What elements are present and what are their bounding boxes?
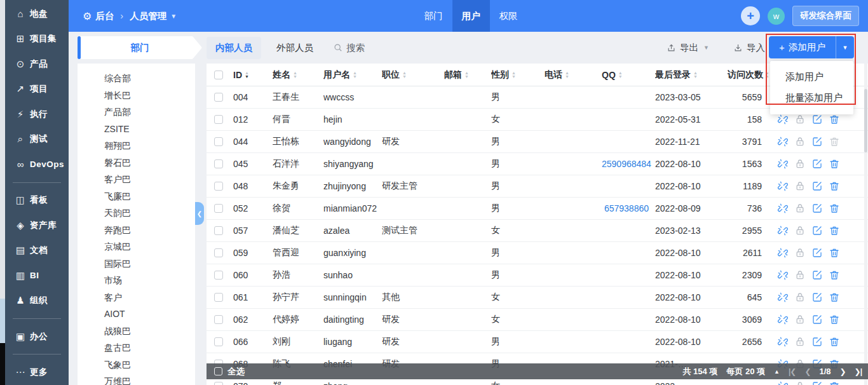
sort-icon[interactable]: ▲▼	[618, 71, 623, 79]
column-header[interactable]: ID▲▼	[233, 70, 273, 80]
sort-icon[interactable]: ▲▼	[293, 71, 297, 79]
sort-icon[interactable]: ▲▼	[402, 71, 407, 79]
column-header[interactable]: QQ▲▼	[602, 70, 655, 80]
column-header[interactable]: 访问次数▲▼	[728, 69, 768, 81]
column-header[interactable]: 邮箱▲▼	[444, 69, 491, 81]
dept-item[interactable]: 战狼巴	[104, 323, 195, 340]
sidebar-item[interactable]: ⊞项目集	[5, 27, 69, 52]
column-header[interactable]: 最后登录▲▼	[655, 69, 728, 81]
trash-icon[interactable]	[829, 158, 840, 170]
edit-icon[interactable]	[811, 269, 823, 281]
lock-icon[interactable]	[794, 203, 806, 214]
unlink-icon[interactable]	[777, 314, 789, 325]
vertical-scrollbar[interactable]	[864, 64, 867, 385]
trash-icon[interactable]	[829, 314, 840, 325]
trash-icon[interactable]	[829, 136, 840, 147]
dept-item[interactable]: 天韵巴	[104, 205, 195, 222]
edit-icon[interactable]	[811, 114, 823, 125]
sort-icon[interactable]: ▲▼	[565, 71, 569, 79]
row-checkbox[interactable]	[214, 137, 223, 146]
unlink-icon[interactable]	[777, 114, 789, 125]
dept-item[interactable]: 飞廉巴	[104, 188, 195, 205]
people-tab[interactable]: 内部人员	[207, 37, 261, 59]
edit-icon[interactable]	[811, 314, 823, 325]
lock-icon[interactable]	[794, 114, 806, 125]
row-checkbox[interactable]	[214, 159, 223, 168]
edit-icon[interactable]	[811, 292, 823, 303]
row-checkbox[interactable]	[214, 182, 223, 191]
topbar-tab[interactable]: 部门	[415, 0, 452, 32]
sidebar-item[interactable]: ⋯更多	[5, 360, 69, 385]
search-tab[interactable]: 搜索	[334, 42, 365, 54]
unlink-icon[interactable]	[777, 180, 789, 192]
row-checkbox[interactable]	[214, 293, 223, 302]
column-header[interactable]: 姓名▲▼	[273, 69, 323, 81]
row-checkbox[interactable]	[214, 93, 223, 102]
trash-icon[interactable]	[829, 114, 840, 125]
chevron-down-icon[interactable]: ▼	[170, 13, 177, 20]
per-page-selector[interactable]: 每页 20 项	[726, 366, 765, 377]
dept-item[interactable]: 国际巴	[104, 255, 195, 273]
column-header[interactable]: 电话▲▼	[545, 69, 602, 81]
sort-icon[interactable]: ▲▼	[353, 71, 357, 79]
column-header[interactable]: 性别▲▼	[491, 69, 545, 81]
add-user-menu-item[interactable]: 添加用户	[770, 67, 853, 88]
breadcrumb-section[interactable]: 后台	[95, 10, 114, 22]
dept-item[interactable]: 奔跑巴	[104, 222, 195, 239]
lock-icon[interactable]	[794, 225, 806, 236]
unlink-icon[interactable]	[777, 269, 789, 281]
edit-icon[interactable]	[811, 158, 823, 170]
select-all-checkbox[interactable]	[214, 367, 222, 375]
sidebar-item[interactable]: ▤文档	[5, 238, 69, 263]
unlink-icon[interactable]	[777, 203, 789, 214]
row-checkbox[interactable]	[214, 204, 223, 213]
header-checkbox[interactable]	[214, 71, 223, 79]
scrollbar-thumb[interactable]	[864, 89, 867, 152]
row-checkbox[interactable]	[214, 382, 223, 385]
column-header[interactable]: 职位▲▼	[382, 69, 444, 81]
lock-icon[interactable]	[794, 381, 806, 385]
edit-icon[interactable]	[811, 203, 823, 214]
dept-item[interactable]: 增长巴	[104, 87, 195, 104]
sidebar-item[interactable]: ↗项目	[5, 77, 69, 102]
sidebar-item[interactable]: ∞DevOps	[5, 152, 69, 177]
collapse-panel-handle[interactable]: ❮	[195, 202, 204, 225]
trash-icon[interactable]	[829, 180, 840, 192]
row-checkbox[interactable]	[214, 248, 223, 257]
first-page-icon[interactable]: |❮	[789, 367, 796, 376]
last-page-icon[interactable]: ❯|	[855, 367, 862, 376]
edit-icon[interactable]	[811, 136, 823, 147]
topbar-tab[interactable]: 用户	[452, 0, 490, 32]
lock-icon[interactable]	[794, 136, 806, 147]
dept-item[interactable]: 综合部	[104, 70, 195, 87]
workbench-button[interactable]: 研发综合界面	[792, 6, 859, 26]
trash-icon[interactable]	[829, 336, 840, 348]
edit-icon[interactable]	[811, 381, 823, 385]
trash-icon[interactable]	[829, 292, 840, 303]
add-user-button[interactable]: + 添加用户	[769, 36, 836, 58]
per-page-caret-icon[interactable]: ▲	[774, 368, 780, 375]
sort-icon[interactable]: ▲▼	[465, 71, 469, 79]
row-checkbox[interactable]	[214, 115, 223, 124]
sidebar-item[interactable]: ♟组织	[5, 288, 69, 313]
unlink-icon[interactable]	[777, 136, 789, 147]
dept-item[interactable]: AIOT	[104, 306, 195, 323]
topbar-tab[interactable]: 权限	[490, 0, 527, 32]
dept-tab-header[interactable]: 部门	[78, 36, 202, 59]
lock-icon[interactable]	[794, 292, 806, 303]
dept-item[interactable]: 市场	[104, 272, 195, 289]
dept-item[interactable]: 盘古巴	[104, 339, 195, 356]
sidebar-item[interactable]: ⊙产品	[5, 51, 69, 77]
row-checkbox[interactable]	[214, 337, 223, 346]
unlink-icon[interactable]	[777, 292, 789, 303]
next-page-icon[interactable]: ❯	[840, 367, 846, 376]
column-header[interactable]: 用户名▲▼	[323, 69, 382, 81]
prev-page-icon[interactable]: ❮	[804, 367, 810, 376]
sidebar-item[interactable]: ▣办公	[5, 324, 69, 349]
dept-item[interactable]: ZSITE	[104, 121, 195, 138]
sort-icon[interactable]: ▲▼	[693, 71, 698, 79]
add-user-dropdown-toggle[interactable]: ▼	[836, 36, 854, 58]
edit-icon[interactable]	[811, 336, 823, 348]
create-button[interactable]: +	[741, 6, 760, 25]
lock-icon[interactable]	[794, 180, 806, 192]
